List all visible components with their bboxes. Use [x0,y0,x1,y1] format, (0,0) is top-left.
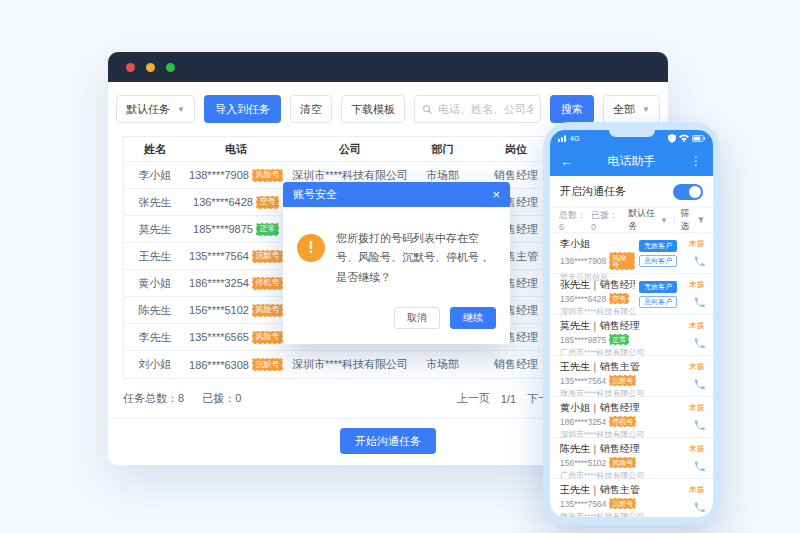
task-total-label: 任务总数：8 [123,391,184,406]
contact-company: 珠海市****科技有限公司 [560,388,677,399]
cell-dept: 市场部 [414,357,471,372]
phone-filter-row: 总数：6 已拨：0 默认任务 ▼ | 筛选 [550,208,713,233]
confirm-button[interactable]: 继续 [450,307,496,329]
contact-card: 张先生｜销售经理 136****6428 空号 深圳市****科技有限公司 无效… [550,274,713,315]
cell-name: 莫先生 [124,222,186,237]
contact-phone: 135****7564 [560,376,606,386]
cell-phone: 135****7564 沉默号 [186,250,286,263]
search-input[interactable] [438,103,533,115]
cancel-button[interactable]: 取消 [394,307,440,329]
cell-name: 王先生 [124,249,186,264]
invalid-customer-button[interactable]: 无效客户 [639,281,677,293]
task-toggle-label: 开启沟通任务 [560,184,673,199]
call-phone-icon[interactable] [694,502,705,513]
call-phone-icon[interactable] [694,379,705,390]
call-phone-icon[interactable] [694,256,705,267]
phone-number: 135****6565 [189,331,249,343]
col-header-name: 姓名 [124,142,186,157]
modal-footer: 取消 继续 [283,293,510,344]
chevron-down-icon: ▼ [660,216,668,225]
cell-name: 陈先生 [124,303,186,318]
contact-card: 李小姐 138****7908 风险号 暂无公司信息 无效客户 意向客户 未拨 [550,233,713,274]
contact-info: 王先生｜销售主管 135****7564 沉默号 珠海市****科技有限公司 [560,360,677,396]
cell-phone: 156****5102 风险号 [186,304,286,317]
cell-phone: 135****6565 风险号 [186,331,286,344]
start-task-button[interactable]: 开始沟通任务 [340,428,436,454]
search-icon [422,104,433,115]
cell-phone: 186****3254 停机号 [186,277,286,290]
undialed-status-label: 未拨 [689,320,705,331]
table-row: 刘小姐 186****6308 沉默号 深圳市****科技有限公司 市场部 销售… [124,351,559,378]
contact-company: 广州市****科技有限公司 [560,347,677,358]
call-phone-icon[interactable] [694,420,705,431]
close-icon[interactable]: × [492,188,500,201]
vertical-divider: | [673,215,675,225]
minimize-window-dot[interactable] [146,63,155,72]
close-window-dot[interactable] [126,63,135,72]
task-toggle-switch[interactable] [673,184,703,200]
search-box[interactable] [414,95,541,123]
undialed-status-label: 未拨 [689,484,705,495]
contact-phone: 135****7564 [560,499,606,509]
contact-name-title: 莫先生｜销售经理 [560,319,677,333]
col-header-dept: 部门 [414,142,471,157]
contact-info: 陈先生｜销售经理 156****5102 风险号 广州市****科技有限公司 [560,442,677,478]
task-select-label: 默认任务 [126,102,170,117]
number-status-badge: 空号 [256,196,279,209]
clear-button[interactable]: 清空 [290,95,332,123]
cell-name: 刘小姐 [124,357,186,372]
number-status-badge: 停机号 [252,277,283,290]
task-select-dropdown[interactable]: 默认任务 ▼ [116,95,195,123]
phone-task-select[interactable]: 默认任务 ▼ [628,207,668,233]
undialed-status-label: 未拨 [689,402,705,413]
contact-info: 王先生｜销售主管 135****7564 沉默号 珠海市****科技有限公司 [560,483,677,517]
modal-header: 账号安全 × [283,182,510,207]
table-header-row: 姓名 电话 公司 部门 岗位 [124,137,559,162]
call-phone-icon[interactable] [694,297,705,308]
call-phone-icon[interactable] [694,461,705,472]
contact-card: 王先生｜销售主管 135****7564 沉默号 珠海市****科技有限公司 未… [550,479,713,517]
more-menu-icon[interactable]: ⋮ [690,154,703,168]
number-status-badge: 风险号 [609,252,635,270]
cell-company: 深圳市****科技有限公司 [286,168,414,183]
contact-name-title: 黄小姐｜销售经理 [560,401,677,415]
number-status-badge: 停机号 [609,416,636,427]
contact-phone: 138****7908 [560,256,606,266]
back-arrow-icon[interactable]: ← [560,154,573,169]
phone-number: 135****7564 [189,250,249,262]
cell-phone: 136****6428 空号 [186,196,286,209]
phone-filter-label: 筛选 [680,207,695,233]
maximize-window-dot[interactable] [166,63,175,72]
page-indicator: 1/1 [501,393,516,405]
contact-company: 深圳市****科技有限公司 [560,429,677,440]
contact-actions: 无效客户 意向客户 [639,278,677,314]
phone-number: 186****6308 [189,359,249,371]
cell-phone: 138****7908 风险号 [186,169,286,182]
network-type-label: 4G [570,135,579,142]
call-phone-icon[interactable] [694,338,705,349]
contact-company: 广州市****科技有限公司 [560,470,677,481]
intent-customer-button[interactable]: 意向客户 [639,296,677,308]
contact-card: 王先生｜销售主管 135****7564 沉默号 珠海市****科技有限公司 未… [550,356,713,397]
phone-nav-bar: ← 电话助手 ⋮ [550,146,713,176]
cell-company: 深圳市****科技有限公司 [286,357,414,372]
contact-phone: 185****9875 [560,335,606,345]
prev-page-button[interactable]: 上一页 [457,391,490,406]
intent-customer-button[interactable]: 意向客户 [639,255,677,267]
invalid-customer-button[interactable]: 无效客户 [639,240,677,252]
import-to-task-button[interactable]: 导入到任务 [204,95,281,123]
cell-phone: 186****6308 沉默号 [186,358,286,371]
number-status-badge: 风险号 [252,304,283,317]
search-button[interactable]: 搜索 [550,95,594,123]
number-status-badge: 沉默号 [609,375,636,386]
contact-right-column: 未拨 [681,483,706,517]
cell-name: 李小姐 [124,168,186,183]
phone-filter-button[interactable]: 筛选 [680,207,704,233]
account-security-modal: 账号安全 × ! 您所拨打的号码列表中存在空号、风险号、沉默号、停机号，是否继续… [283,182,510,344]
dialed-count-label: 已拨：0 [202,391,241,406]
cell-dept: 市场部 [414,168,471,183]
scope-select-dropdown[interactable]: 全部 ▼ [603,95,660,123]
download-template-button[interactable]: 下载模板 [341,95,405,123]
contact-actions: 无效客户 意向客户 [639,237,677,273]
contact-info: 李小姐 138****7908 风险号 暂无公司信息 [560,237,635,273]
